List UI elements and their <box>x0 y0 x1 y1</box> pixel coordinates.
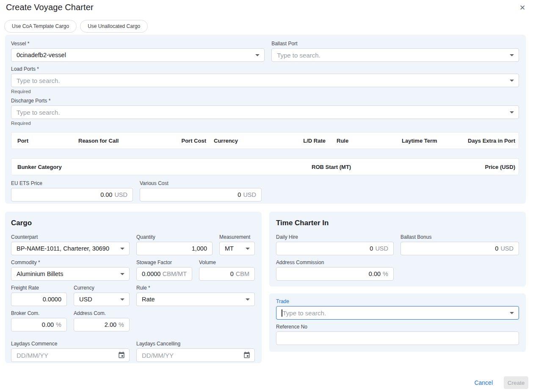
daily-hire-unit: USD <box>375 245 388 252</box>
trade-input[interactable]: Type to search. <box>276 306 519 320</box>
load-ports-label: Load Ports * <box>11 66 519 72</box>
laydays-cancelling-placeholder: DD/MM/YY <box>142 352 174 359</box>
counterpart-select[interactable]: BP-NAME-1011, Charterer, 30690 <box>11 242 130 255</box>
load-ports-input[interactable]: Type to search. <box>11 74 519 87</box>
ports-col-port: Port <box>17 138 28 144</box>
bunkers-col-rob-start: ROB Start (MT) <box>312 164 351 170</box>
close-icon[interactable]: ✕ <box>517 3 528 14</box>
ports-table-header: Port Reason for Call Port Cost Currency … <box>11 132 519 149</box>
trade-panel: Trade Type to search. Reference No <box>269 293 526 352</box>
volume-input[interactable]: 0 CBM <box>199 267 255 281</box>
daily-hire-value: 0 <box>370 245 373 252</box>
address-com-input[interactable]: 2.00 % <box>74 318 130 331</box>
stowage-factor-unit: CBM/MT <box>163 271 187 277</box>
laydays-commence-label: Laydays Commence <box>11 341 130 347</box>
eu-ets-price-label: EU ETS Price <box>11 180 133 186</box>
laydays-commence-input[interactable]: DD/MM/YY <box>11 348 130 362</box>
chevron-down-icon <box>510 111 514 113</box>
chevron-down-icon <box>120 298 124 301</box>
eu-ets-price-unit: USD <box>114 191 127 198</box>
cancel-button[interactable]: Cancel <box>471 377 496 389</box>
quantity-value: 1,000 <box>192 245 207 252</box>
various-cost-unit: USD <box>243 191 256 198</box>
ballast-bonus-input[interactable]: 0 USD <box>400 242 519 255</box>
rule-label: Rule * <box>136 285 255 291</box>
freight-rate-label: Freight Rate <box>11 285 67 291</box>
currency-select[interactable]: USD <box>74 293 130 306</box>
trade-placeholder: Type to search. <box>283 309 326 317</box>
stowage-factor-input[interactable]: 0.0000 CBM/MT <box>136 267 192 281</box>
address-com-label: Address Com. <box>74 310 130 316</box>
reference-no-field[interactable] <box>282 332 514 345</box>
chevron-down-icon <box>120 248 124 250</box>
address-commission-input[interactable]: 0.00 % <box>276 267 394 281</box>
trade-label: Trade <box>276 298 519 304</box>
bunkers-table-header: Bunker Category ROB Start (MT) Price (US… <box>11 158 519 175</box>
reference-no-input[interactable] <box>276 331 519 345</box>
ports-col-reason-for-call: Reason for Call <box>78 138 119 144</box>
address-com-unit: % <box>119 321 124 328</box>
commodity-select[interactable]: Aluminium Billets <box>11 267 130 281</box>
various-cost-input[interactable]: 0 USD <box>140 188 262 202</box>
address-com-value: 2.00 <box>105 321 116 328</box>
various-cost-value: 0 <box>238 191 241 198</box>
rule-select[interactable]: Rate <box>136 293 255 306</box>
chevron-down-icon <box>246 248 250 250</box>
vessel-select[interactable]: 0cinadefb2-vessel <box>11 48 265 62</box>
text-cursor <box>282 309 282 317</box>
vessel-value: 0cinadefb2-vessel <box>17 52 66 58</box>
counterpart-value: BP-NAME-1011, Charterer, 30690 <box>17 245 109 252</box>
broker-com-label: Broker Com. <box>11 310 67 316</box>
quantity-input[interactable]: 1,000 <box>136 242 213 255</box>
volume-value: 0 <box>230 271 234 277</box>
bunkers-col-category: Bunker Category <box>17 164 62 170</box>
cargo-panel: Cargo Counterpart BP-NAME-1011, Chartere… <box>5 212 262 363</box>
chevron-down-icon <box>510 54 514 56</box>
quick-action-chips: Use CoA Template Cargo Use Unallocated C… <box>4 20 148 33</box>
ballast-bonus-unit: USD <box>500 245 514 252</box>
time-charter-in-heading: Time Charter In <box>276 219 519 227</box>
ballast-bonus-label: Ballast Bonus <box>400 234 519 240</box>
ports-col-rule: Rule <box>337 138 348 144</box>
broker-com-unit: % <box>56 321 61 328</box>
calendar-icon[interactable] <box>243 351 251 359</box>
time-charter-in-panel: Time Charter In Daily Hire 0 USD Ballast… <box>269 212 526 287</box>
reference-no-label: Reference No <box>276 324 519 330</box>
laydays-cancelling-input[interactable]: DD/MM/YY <box>136 348 255 362</box>
chevron-down-icon <box>120 273 124 275</box>
vessel-label: Vessel * <box>11 41 265 47</box>
broker-com-input[interactable]: 0.00 % <box>11 318 67 331</box>
measurement-label: Measurement <box>219 234 255 240</box>
ballast-port-input[interactable]: Type to search. <box>271 48 519 62</box>
create-button[interactable]: Create <box>504 376 528 389</box>
various-cost-label: Various Cost <box>140 180 262 186</box>
currency-label: Currency <box>74 285 130 291</box>
laydays-commence-placeholder: DD/MM/YY <box>17 352 48 359</box>
ballast-port-label: Ballast Port <box>271 41 519 47</box>
use-unallocated-cargo-button[interactable]: Use Unallocated Cargo <box>80 20 148 33</box>
broker-com-value: 0.00 <box>42 321 54 328</box>
discharge-ports-input[interactable]: Type to search. <box>11 105 519 119</box>
page-title: Create Voyage Charter <box>6 3 94 12</box>
daily-hire-input[interactable]: 0 USD <box>276 242 394 255</box>
use-coa-template-cargo-button[interactable]: Use CoA Template Cargo <box>4 20 77 33</box>
address-commission-unit: % <box>383 271 388 277</box>
volume-unit: CBM <box>236 271 249 277</box>
counterpart-label: Counterpart <box>11 234 130 240</box>
calendar-icon[interactable] <box>118 351 125 359</box>
discharge-ports-required-hint: Required <box>11 121 519 126</box>
cargo-heading: Cargo <box>11 219 255 227</box>
measurement-value: MT <box>225 245 234 252</box>
ports-col-currency: Currency <box>214 138 238 144</box>
load-ports-placeholder: Type to search. <box>17 77 60 84</box>
currency-value: USD <box>79 296 92 303</box>
rule-value: Rate <box>142 296 155 303</box>
laydays-cancelling-label: Laydays Cancelling <box>136 341 255 347</box>
measurement-select[interactable]: MT <box>219 242 255 255</box>
eu-ets-price-input[interactable]: 0.00 USD <box>11 188 133 202</box>
ports-col-port-cost: Port Cost <box>182 138 207 144</box>
freight-rate-input[interactable]: 0.0000 <box>11 293 67 306</box>
ports-col-days-extra-in-port: Days Extra in Port <box>468 138 515 144</box>
freight-rate-value: 0.0000 <box>43 296 61 303</box>
commodity-label: Commodity * <box>11 259 130 265</box>
